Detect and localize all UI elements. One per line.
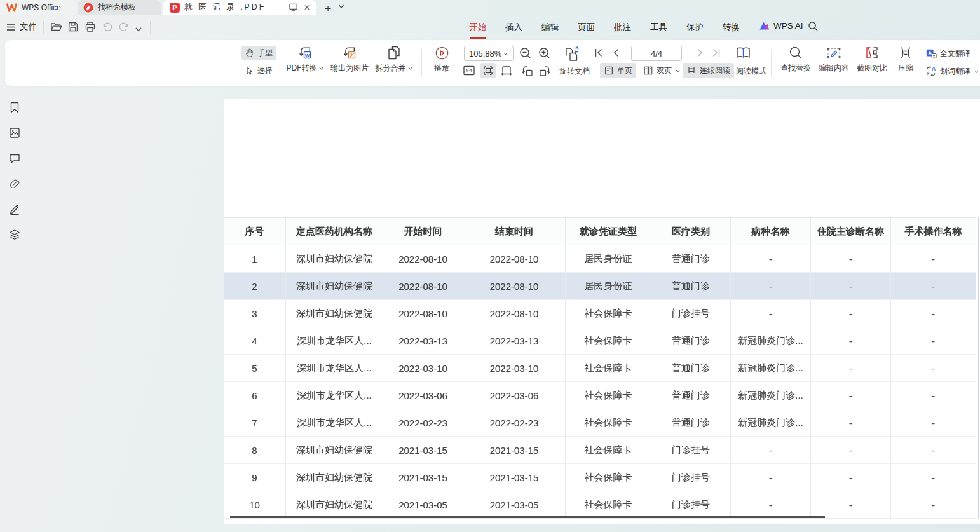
table-cell: 普通门诊 bbox=[651, 245, 731, 273]
column-header: 医疗类别 bbox=[651, 217, 731, 245]
table-cell: - bbox=[891, 409, 976, 437]
save-icon[interactable] bbox=[67, 20, 79, 33]
svg-text:x: x bbox=[927, 71, 930, 76]
attachment-icon[interactable] bbox=[8, 177, 21, 190]
table-cell: - bbox=[811, 382, 891, 409]
continuous-read-label: 连续阅读 bbox=[700, 65, 730, 76]
table-cell: 2022-08-10 bbox=[383, 300, 463, 327]
signature-icon[interactable] bbox=[8, 203, 21, 215]
new-tab-button[interactable]: ＋ bbox=[321, 1, 335, 15]
continuous-read-icon bbox=[686, 65, 697, 76]
double-page-button[interactable]: 双页 bbox=[639, 63, 684, 78]
open-file-icon[interactable] bbox=[50, 20, 62, 33]
wps-ai-button[interactable]: WPS AI bbox=[759, 21, 803, 31]
menu-bar: 文件 开始 插入 编辑 页面 批注 工具 保护 转换 bbox=[0, 15, 980, 39]
screenshot-compare-button[interactable]: 截图对比 bbox=[853, 44, 891, 74]
svg-text:A: A bbox=[928, 50, 932, 56]
continuous-read-button[interactable]: 连续阅读 bbox=[683, 63, 734, 78]
table-cell: - bbox=[811, 327, 891, 355]
column-header: 序号 bbox=[224, 217, 286, 245]
tab-tools[interactable]: 工具 bbox=[650, 22, 667, 33]
page-number-input[interactable]: 4/4 bbox=[631, 46, 682, 61]
comment-panel-icon[interactable] bbox=[8, 152, 21, 165]
zoom-in-icon[interactable] bbox=[538, 46, 552, 60]
zoom-out-icon[interactable] bbox=[519, 46, 533, 60]
first-page-icon[interactable] bbox=[593, 47, 604, 58]
tab-document-active[interactable]: P 就 医 记 录 .PDF ✕ bbox=[163, 0, 316, 15]
actual-size-icon[interactable]: 1:1 bbox=[462, 64, 476, 78]
table-cell: 2021-03-05 bbox=[463, 491, 566, 519]
table-cell: - bbox=[891, 491, 976, 519]
hand-tool-button[interactable]: 手型 bbox=[241, 46, 276, 60]
read-mode-label[interactable]: 阅读模式 bbox=[736, 66, 766, 77]
export-image-label: 输出为图片 bbox=[330, 63, 369, 74]
tab-list-chevron-icon[interactable] bbox=[337, 3, 345, 10]
divider bbox=[150, 21, 151, 34]
monitor-icon[interactable] bbox=[289, 3, 298, 12]
edit-content-button[interactable]: 编辑内容 bbox=[815, 44, 853, 74]
bookmark-icon[interactable] bbox=[8, 101, 21, 114]
last-page-icon[interactable] bbox=[711, 47, 722, 58]
fit-width-button[interactable] bbox=[480, 63, 496, 78]
replace-pages-icon[interactable] bbox=[563, 45, 582, 63]
tab-page[interactable]: 页面 bbox=[578, 22, 595, 33]
prev-page-icon[interactable] bbox=[611, 47, 622, 58]
table-cell: - bbox=[891, 245, 976, 273]
rotate-doc-label[interactable]: 旋转文档 bbox=[559, 66, 590, 77]
read-mode-icon[interactable] bbox=[735, 44, 752, 62]
chevron-down-icon bbox=[407, 65, 413, 71]
table-cell: 4 bbox=[224, 327, 286, 355]
close-tab-icon[interactable]: ✕ bbox=[304, 4, 310, 11]
table-cell: - bbox=[811, 409, 891, 437]
table-cell: 2022-03-13 bbox=[383, 327, 463, 355]
undo-menu-chevron-icon[interactable] bbox=[134, 23, 143, 36]
layers-icon[interactable] bbox=[8, 228, 21, 241]
file-menu-button[interactable]: 文件 bbox=[6, 18, 37, 35]
tab-comment[interactable]: 批注 bbox=[614, 22, 631, 33]
rotate-left-icon[interactable] bbox=[520, 64, 534, 78]
column-header: 结束时间 bbox=[463, 217, 566, 245]
table-cell: - bbox=[891, 382, 976, 409]
ribbon-tabs: 开始 插入 编辑 页面 批注 工具 保护 转换 bbox=[469, 15, 740, 39]
hand-tool-label: 手型 bbox=[257, 48, 273, 58]
table-cell: 门诊挂号 bbox=[651, 437, 731, 464]
table-cell: - bbox=[891, 327, 976, 355]
tab-wps-office[interactable]: WPS Office bbox=[0, 0, 75, 15]
tab-label: 找稻壳模板 bbox=[98, 2, 136, 13]
full-translate-button[interactable]: A 全文翻译 bbox=[925, 46, 970, 60]
single-page-button[interactable]: 单页 bbox=[600, 63, 636, 78]
tab-edit[interactable]: 编辑 bbox=[541, 22, 559, 33]
tab-home[interactable]: 开始 bbox=[469, 22, 486, 33]
table-cell: 10 bbox=[224, 491, 286, 519]
select-tool-button[interactable]: 选择 bbox=[241, 64, 276, 78]
play-button[interactable]: 播放 bbox=[426, 44, 458, 74]
table-cell: - bbox=[811, 300, 891, 327]
search-icon[interactable] bbox=[808, 21, 819, 32]
print-icon[interactable] bbox=[84, 20, 97, 33]
table-cell: - bbox=[891, 300, 976, 327]
column-header: 住院主诊断名称 bbox=[811, 217, 891, 245]
fit-page-icon[interactable] bbox=[500, 64, 514, 78]
table-cell: 普通门诊 bbox=[651, 273, 731, 300]
compress-button[interactable]: 压缩 bbox=[890, 44, 921, 74]
find-replace-button[interactable]: 查找替换 bbox=[777, 44, 815, 74]
redo-icon[interactable] bbox=[118, 20, 130, 33]
next-page-icon[interactable] bbox=[694, 47, 705, 58]
image-panel-icon[interactable] bbox=[8, 126, 21, 139]
word-translate-button[interactable]: x A 划词翻译 bbox=[925, 64, 979, 78]
rotate-right-icon[interactable] bbox=[538, 64, 552, 78]
tab-protect[interactable]: 保护 bbox=[686, 22, 704, 33]
table-cell: 2022-08-10 bbox=[463, 273, 566, 300]
table-cell: 社会保障卡 bbox=[566, 382, 651, 409]
table-cell: 2022-08-10 bbox=[463, 300, 566, 327]
undo-icon[interactable] bbox=[101, 20, 114, 33]
table-cell: 深圳市龙华区人... bbox=[286, 355, 383, 382]
tab-convert[interactable]: 转换 bbox=[723, 22, 740, 33]
table-cell: - bbox=[811, 491, 891, 519]
zoom-level-combobox[interactable]: 105.88% bbox=[464, 46, 514, 61]
split-merge-button[interactable]: 拆分合并 bbox=[369, 44, 419, 74]
tab-docer[interactable]: 找稻壳模板 bbox=[78, 0, 161, 15]
window-tab-bar: WPS Office 找稻壳模板 P 就 医 记 录 .PDF ✕ ＋ bbox=[0, 0, 980, 15]
tab-insert[interactable]: 插入 bbox=[505, 22, 522, 33]
divider bbox=[771, 49, 772, 77]
